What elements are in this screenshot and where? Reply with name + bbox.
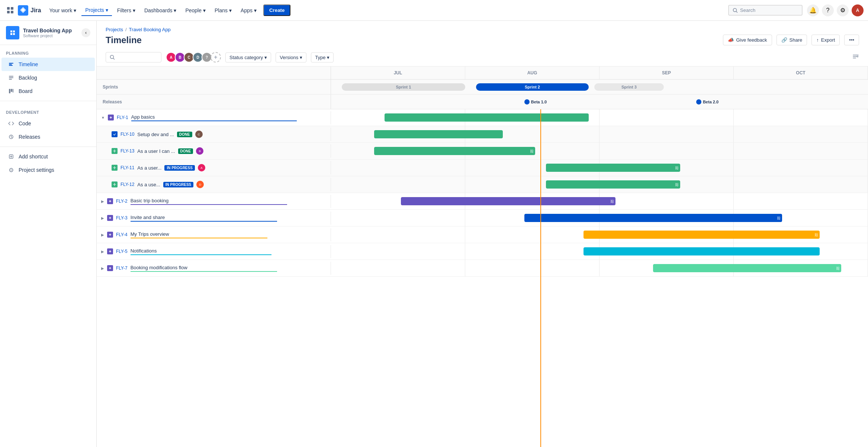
issue-id-fly10[interactable]: FLY-10 [120,132,134,137]
user-avatar[interactable]: A [852,4,864,16]
issue-id-fly2[interactable]: FLY-2 [116,199,128,204]
sidebar-item-releases[interactable]: Releases [1,130,95,144]
avatars-filter: A B C D ? + [166,52,221,62]
toolbar-search[interactable] [106,52,161,62]
expand-fly5[interactable]: ▶ [101,250,104,254]
issue-gantt-fly10 [331,126,868,142]
notifications-button[interactable]: 🔔 [807,4,819,16]
issue-title-fly3: Invite and share [131,215,326,220]
issue-label-fly11: FLY-11 As a user... IN PROGRESS A [97,161,331,174]
jira-logo[interactable]: Jira [18,5,41,16]
sidebar-item-code[interactable]: Code [1,117,95,130]
search-placeholder: Search [740,7,755,13]
issue-type-icon-fly10 [112,131,118,137]
issue-id-fly12[interactable]: FLY-12 [120,182,134,187]
issue-type-icon-fly13 [112,148,118,154]
issue-title-fly13: As a user I can ... [137,148,175,154]
bar-fly11[interactable]: ⛓ [546,164,680,172]
beta-2-release[interactable]: Beta 2.0 [696,99,718,104]
bar-fly10[interactable] [374,130,503,138]
issue-type-icon-fly11 [112,165,118,171]
issue-progress-fly4 [131,238,267,238]
expand-fly2[interactable]: ▶ [101,199,104,203]
versions-filter[interactable]: Versions ▾ [276,52,306,62]
svg-rect-9 [9,76,13,77]
board-label: Board [19,88,32,94]
page-title: Timeline [106,35,142,45]
sprint-1-pill[interactable]: Sprint 1 [342,83,465,91]
bar-fly1[interactable] [385,113,589,122]
timeline-icon [7,61,15,68]
bar-fly5[interactable] [584,247,820,255]
view-settings-button[interactable] [852,53,859,62]
issue-id-fly4[interactable]: FLY-4 [116,232,128,237]
nav-plans[interactable]: Plans ▾ [211,5,235,16]
export-button[interactable]: ↑ Export [811,35,840,45]
type-filter[interactable]: Type ▾ [311,52,334,62]
sprint-2-pill[interactable]: Sprint 2 [476,83,589,91]
bar-fly13[interactable]: ⛓ [374,147,535,155]
expand-fly3[interactable]: ▶ [101,216,104,220]
sprints-label: Sprints [97,80,331,94]
beta-1-release[interactable]: Beta 1.0 [524,99,547,104]
nav-apps[interactable]: Apps ▾ [237,5,260,16]
issue-id-fly11[interactable]: FLY-11 [120,165,134,170]
status-category-filter[interactable]: Status category ▾ [225,52,271,62]
bar-fly12[interactable]: ⛓ [546,180,680,189]
issue-row-fly4: ▶ FLY-4 My Trips overview ⛓ [97,226,868,243]
months-header: JUL AUG SEP OCT [331,67,868,79]
help-button[interactable]: ? [822,4,834,16]
grid-icon[interactable] [4,4,16,16]
bar-fly4[interactable]: ⛓ [584,231,820,239]
breadcrumb-project[interactable]: Travel Booking App [129,27,171,32]
issue-title-fly5: Notifications [131,248,326,254]
expand-fly7[interactable]: ▶ [101,266,104,270]
add-member-button[interactable]: + [210,52,221,62]
issue-id-fly7[interactable]: FLY-7 [116,266,128,271]
issue-progress-fly7 [131,271,277,272]
nav-projects[interactable]: Projects ▾ [81,5,112,16]
svg-rect-14 [13,89,13,93]
nav-filters[interactable]: Filters ▾ [113,5,139,16]
give-feedback-button[interactable]: 📣 Give feedback [723,35,772,45]
sidebar-project: Travel Booking App Software project ‹ [0,21,96,45]
bar-fly7[interactable]: ⛓ [653,264,841,272]
expand-fly1[interactable]: ▼ [101,116,105,120]
bar-fly2[interactable]: ⛓ [401,197,616,205]
issue-type-icon-fly3 [107,215,113,221]
issue-gantt-fly5 [331,243,868,260]
issue-type-icon-fly1 [108,115,114,120]
avatar-fly10: C [195,131,203,138]
sidebar-divider-1 [0,101,96,101]
sprint-3-pill[interactable]: Sprint 3 [594,83,664,91]
issue-id-fly1[interactable]: FLY-1 [117,115,128,120]
issue-label-fly4: ▶ FLY-4 My Trips overview [97,228,331,241]
sidebar-item-backlog[interactable]: Backlog [1,71,95,84]
issue-id-fly13[interactable]: FLY-13 [120,148,134,154]
issue-row-fly11: FLY-11 As a user... IN PROGRESS A ⛓ [97,160,868,176]
svg-rect-10 [9,77,13,78]
header-actions: 📣 Give feedback 🔗 Share ↑ Export ••• [723,35,859,45]
more-actions-button[interactable]: ••• [844,35,859,45]
breadcrumb-projects[interactable]: Projects [106,27,123,32]
create-button[interactable]: Create [263,4,291,16]
bar-fly3[interactable]: ⛓ [524,214,782,222]
issue-gantt-fly1 [331,109,868,126]
settings-button[interactable]: ⚙ [837,4,849,16]
sidebar-collapse-button[interactable]: ‹ [81,28,90,37]
nav-people[interactable]: People ▾ [181,5,209,16]
search-box[interactable]: Search [728,5,803,16]
add-shortcut-item[interactable]: Add shortcut [1,150,95,163]
expand-fly4[interactable]: ▶ [101,233,104,237]
sidebar-item-timeline[interactable]: Timeline [1,58,95,71]
issue-id-fly3[interactable]: FLY-3 [116,215,128,221]
releases-label: Releases [19,134,40,140]
backlog-label: Backlog [19,75,37,81]
issue-id-fly5[interactable]: FLY-5 [116,249,128,254]
nav-dashboards[interactable]: Dashboards ▾ [141,5,180,16]
issue-row-fly7: ▶ FLY-7 Booking modifications flow ⛓ [97,260,868,277]
project-settings-item[interactable]: ⚙ Project settings [1,163,95,177]
share-button[interactable]: 🔗 Share [777,35,807,45]
sidebar-item-board[interactable]: Board [1,84,95,98]
nav-your-work[interactable]: Your work ▾ [45,5,80,16]
